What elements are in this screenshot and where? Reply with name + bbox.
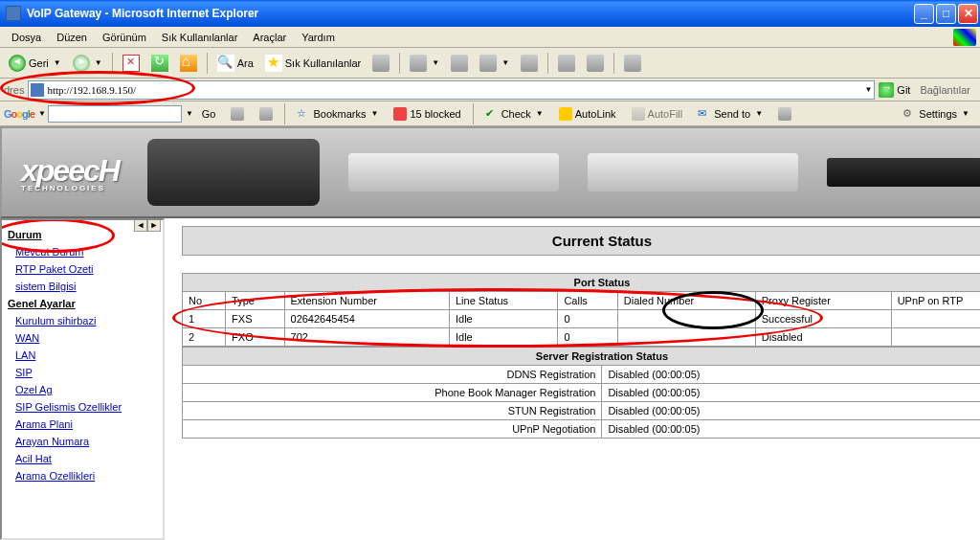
col-proxy: Proxy Register xyxy=(755,292,891,310)
go-icon xyxy=(879,82,894,98)
autolink-button[interactable]: AutoLink xyxy=(552,104,623,124)
sidebar-item-sistem[interactable]: sistem Bilgisi xyxy=(4,278,161,295)
google-opt-button[interactable] xyxy=(771,104,798,124)
col-type: Type xyxy=(226,292,284,310)
check-button[interactable]: Check▼ xyxy=(479,104,550,124)
stop-icon xyxy=(122,55,140,72)
research-icon xyxy=(558,55,575,72)
sendto-button[interactable]: Send to▼ xyxy=(691,104,769,124)
discuss-icon xyxy=(521,55,538,72)
address-dropdown-icon[interactable]: ▼ xyxy=(862,85,872,94)
research-button[interactable] xyxy=(553,52,580,75)
sidebar-item-sip[interactable]: SIP xyxy=(4,364,161,381)
forward-button[interactable]: ▼ xyxy=(68,52,107,75)
bookmarks-button[interactable]: Bookmarks▼ xyxy=(290,104,385,124)
google-toolbar: Google▼ ▼ Go Bookmarks▼ 15 blocked Check… xyxy=(0,101,980,126)
go-button[interactable]: Git xyxy=(879,82,910,98)
minimize-button[interactable]: _ xyxy=(914,4,934,24)
col-no: No xyxy=(183,292,226,310)
google-btn1[interactable] xyxy=(224,104,251,124)
star-icon xyxy=(265,55,282,72)
page-title: Current Status xyxy=(182,226,980,256)
edit-button[interactable]: ▼ xyxy=(475,52,514,75)
sidebar-item-aramaplani[interactable]: Arama Plani xyxy=(4,416,161,433)
registration-table: Server Registration Status DDNS Registra… xyxy=(182,347,980,439)
sidebar-item-arayan[interactable]: Arayan Numara xyxy=(4,433,161,450)
blocked-button[interactable]: 15 blocked xyxy=(387,104,467,124)
col-ext: Extension Number xyxy=(284,292,449,310)
menu-favorites[interactable]: Sık Kullanılanlar xyxy=(154,30,246,45)
sidebar-item-ozelag[interactable]: Ozel Ag xyxy=(4,381,161,398)
refresh-button[interactable] xyxy=(146,52,173,75)
discuss-button[interactable] xyxy=(516,52,543,75)
stop-button[interactable] xyxy=(118,52,145,75)
sidebar-item-sipgelismis[interactable]: SIP Gelismis Ozellikler xyxy=(4,398,161,416)
check-icon xyxy=(485,107,499,121)
sidebar-item-rtp[interactable]: RTP Paket Ozeti xyxy=(4,260,161,278)
history-icon xyxy=(372,55,390,72)
maximize-button[interactable]: □ xyxy=(936,4,956,24)
navigation-toolbar: Geri▼ ▼ Ara Sık Kullanılanlar ▼ ▼ xyxy=(0,48,980,79)
address-label: dres xyxy=(4,84,24,96)
address-input[interactable] xyxy=(47,84,862,96)
app-icon xyxy=(6,6,21,21)
favorites-button[interactable]: Sık Kullanılanlar xyxy=(260,52,367,75)
people-icon xyxy=(624,55,641,72)
port-status-header: Port Status xyxy=(183,274,981,292)
sidebar-item-aramaozellik[interactable]: Arama Ozellikleri xyxy=(4,467,161,484)
bookmark-icon xyxy=(297,107,310,121)
device-image-2 xyxy=(348,153,559,191)
address-field[interactable]: ▼ xyxy=(28,80,875,100)
device-image-4 xyxy=(827,158,980,187)
sidebar-section-genel[interactable]: Genel Ayarlar xyxy=(4,295,161,312)
brand-banner: xpeecHTECHNOLOGIES xyxy=(0,126,980,218)
menu-help[interactable]: Yardım xyxy=(294,30,343,45)
google-go-button[interactable]: Go xyxy=(195,104,223,124)
sidebar-item-wan[interactable]: WAN xyxy=(4,329,161,347)
menu-file[interactable]: Dosya xyxy=(4,30,49,45)
autofill-button[interactable]: AutoFill xyxy=(625,104,690,124)
col-line: Line Status xyxy=(450,292,558,310)
home-icon xyxy=(180,55,197,72)
col-calls: Calls xyxy=(558,292,617,310)
google-search-input[interactable] xyxy=(48,105,182,123)
messenger-button[interactable] xyxy=(582,52,609,75)
menu-bar: Dosya Düzen Görünüm Sık Kullanılanlar Ar… xyxy=(0,27,980,48)
print-button[interactable] xyxy=(446,52,473,75)
autolink-icon xyxy=(559,107,572,121)
menu-view[interactable]: Görünüm xyxy=(95,30,154,45)
window-title: VoIP Gateway - Microsoft Internet Explor… xyxy=(25,7,912,20)
history-button[interactable] xyxy=(368,52,394,75)
google-logo[interactable]: Google xyxy=(4,108,34,120)
sidebar-item-acilhat[interactable]: Acil Hat xyxy=(4,450,161,467)
back-icon xyxy=(9,55,26,72)
search-button[interactable]: Ara xyxy=(212,52,258,75)
settings-button[interactable]: Settings▼ xyxy=(896,104,976,124)
mail-button[interactable]: ▼ xyxy=(405,52,444,75)
device-image-3 xyxy=(588,153,798,191)
ie-logo-icon xyxy=(953,29,976,46)
send-icon xyxy=(698,107,711,121)
address-bar: dres ▼ Git Bağlantılar xyxy=(0,79,980,101)
back-button[interactable]: Geri▼ xyxy=(4,52,66,75)
autofill-icon xyxy=(632,107,645,121)
sidebar-item-lan[interactable]: LAN xyxy=(4,347,161,364)
google-btn2[interactable] xyxy=(253,104,279,124)
mail-icon xyxy=(410,55,427,72)
window-titlebar: VoIP Gateway - Microsoft Internet Explor… xyxy=(0,0,980,27)
links-label[interactable]: Bağlantılar xyxy=(914,84,976,96)
menu-tools[interactable]: Araçlar xyxy=(245,30,294,45)
sidebar-arrow-left[interactable]: ◄ xyxy=(134,218,147,232)
search-icon xyxy=(217,55,234,72)
forward-icon xyxy=(73,55,90,72)
print-icon xyxy=(451,55,468,72)
sidebar-item-mevcut-durum[interactable]: Mevcut Durum xyxy=(4,243,161,260)
sidebar-item-kurulum[interactable]: Kurulum sihirbazi xyxy=(4,312,161,329)
table-row: 2 FXO 702 Idle 0 Disabled xyxy=(183,328,981,347)
menu-edit[interactable]: Düzen xyxy=(49,30,95,45)
close-button[interactable]: ✕ xyxy=(958,4,978,24)
home-button[interactable] xyxy=(175,52,202,75)
sidebar-arrow-right[interactable]: ► xyxy=(147,218,161,232)
table-row: 1 FXS 02642645454 Idle 0 Successful xyxy=(183,310,981,328)
people-button[interactable] xyxy=(619,52,646,75)
